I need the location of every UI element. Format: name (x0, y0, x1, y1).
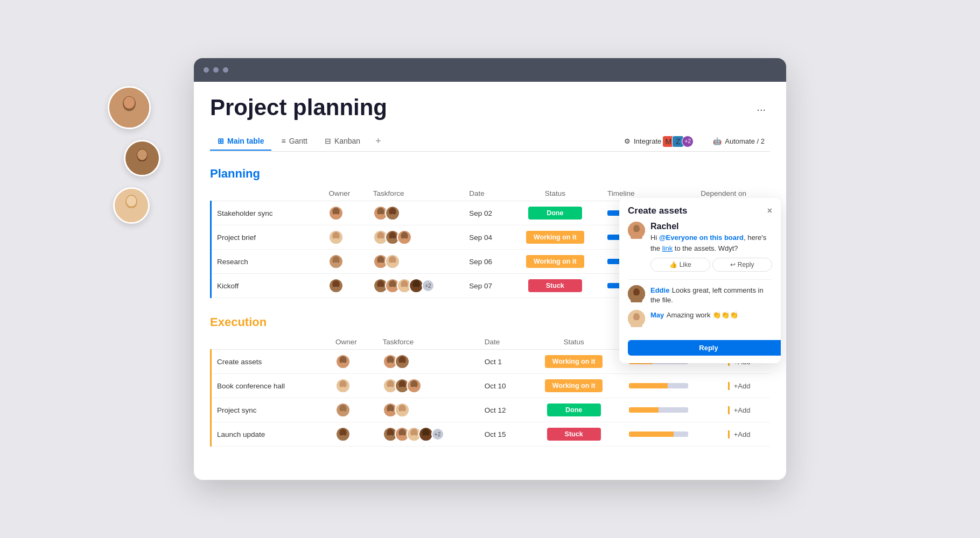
col-name (211, 186, 323, 201)
timeline-bar (629, 381, 688, 391)
owner-cell (329, 422, 376, 447)
dependent-cell: +Add (722, 398, 770, 422)
task-name: Project sync (211, 398, 330, 422)
col-date: Date (478, 335, 526, 350)
status-cell: Done (525, 398, 622, 422)
date-cell: Sep 07 (463, 274, 509, 298)
date-cell: Sep 04 (463, 225, 509, 250)
avatar-1[interactable] (108, 86, 151, 129)
rachel-avatar (628, 222, 645, 239)
dependent-cell: +Add (722, 374, 770, 398)
reply-section: Eddie Looks great, left comments in the … (628, 279, 772, 327)
tab-main-table[interactable]: ⊞ Main table (210, 132, 271, 151)
status-badge: Done (547, 404, 601, 416)
automate-button[interactable]: 🤖 Automate / 2 (708, 134, 770, 148)
timeline-fill (629, 431, 674, 437)
browser-bar (194, 58, 786, 82)
tab-bar: ⊞ Main table ≡ Gantt ⊟ Kanban + ⚙ Integr… (210, 131, 770, 152)
taskforce-avatar-group (373, 206, 456, 221)
taskforce-avatar-group (373, 254, 456, 269)
automate-icon: 🤖 (713, 137, 722, 145)
owner-avatar (328, 254, 344, 269)
comment-author: Rachel (650, 222, 772, 231)
task-name: Project brief (211, 225, 323, 250)
taskforce-count: +2 (422, 279, 435, 292)
automate-label: Automate / 2 (725, 137, 765, 145)
comment-actions: 👍 Like ↩ Reply (650, 258, 772, 272)
taskforce-count: +2 (431, 428, 444, 441)
taskforce-cell (367, 250, 463, 274)
taskforce-avatar-group: +2 (373, 278, 456, 293)
svg-point-3 (124, 97, 135, 109)
tabs-right: ⚙ Integrate M Z +2 🤖 Automate / 2 (619, 133, 770, 150)
comment-panel-title: Create assets (628, 206, 688, 216)
close-comment-panel-button[interactable]: × (767, 206, 772, 216)
timeline-bar (629, 405, 688, 415)
planning-title: Planning (210, 167, 770, 181)
integrate-avatars: M Z +2 (664, 136, 694, 147)
owner-avatar (328, 206, 344, 221)
owner-avatar (335, 402, 351, 417)
col-name (211, 335, 330, 350)
avatar-2[interactable] (124, 140, 160, 176)
add-tab-button[interactable]: + (370, 131, 387, 151)
col-status: Status (525, 335, 622, 350)
tab-main-table-label: Main table (227, 137, 264, 145)
taskforce-avatar-group (383, 402, 472, 417)
svg-point-103 (633, 225, 640, 232)
execution-table-row[interactable]: Book conference hall Oct 10 Working on i… (211, 374, 771, 398)
mention-everyone: @Everyone on this board (659, 233, 744, 242)
table-icon: ⊞ (218, 137, 224, 145)
integrate-button[interactable]: ⚙ Integrate M Z +2 (619, 133, 699, 150)
dependent-cell: +Add (722, 422, 770, 447)
status-badge: Working on it (545, 379, 603, 392)
main-comment: Rachel Hi @Everyone on this board, here'… (628, 222, 772, 272)
reply-submit-button[interactable]: Reply (628, 340, 781, 356)
dependent-value: +Add (728, 382, 751, 390)
dependent-value: +Add (728, 430, 751, 438)
taskforce-avatar-group (383, 378, 472, 393)
svg-point-109 (633, 313, 640, 321)
date-cell: Oct 1 (478, 350, 526, 374)
col-status: Status (509, 186, 601, 201)
timeline-cell (622, 422, 722, 447)
browser-dot-2 (213, 67, 219, 73)
date-cell: Oct 12 (478, 398, 526, 422)
browser-window: Project planning ··· ⊞ Main table ≡ Gant… (194, 58, 786, 480)
reply-button[interactable]: ↩ Reply (712, 258, 772, 272)
eddie-avatar (628, 285, 645, 302)
reply-eddie: Eddie Looks great, left comments in the … (628, 285, 772, 305)
task-name: Kickoff (211, 274, 323, 298)
taskforce-avatar-group (373, 230, 456, 245)
col-taskforce: Taskforce (367, 186, 463, 201)
tab-gantt[interactable]: ≡ Gantt (274, 132, 314, 151)
assets-link[interactable]: link (662, 244, 673, 252)
taskforce-cell: +2 (376, 422, 478, 447)
owner-cell (322, 225, 366, 250)
execution-table-row[interactable]: Project sync Oct 12 Done +Add (211, 398, 771, 422)
taskforce-avatar-1 (385, 254, 400, 269)
timeline-cell (622, 398, 722, 422)
more-options-button[interactable]: ··· (752, 101, 770, 118)
timeline-empty (674, 431, 688, 437)
taskforce-cell (376, 350, 478, 374)
timeline-fill (629, 383, 668, 388)
date-cell: Sep 06 (463, 250, 509, 274)
status-badge: Working on it (526, 255, 584, 268)
tab-kanban[interactable]: ⊟ Kanban (317, 132, 368, 151)
like-button[interactable]: 👍 Like (650, 258, 710, 272)
reply-may: May Amazing work 👏👏👏 (628, 310, 772, 327)
tab-kanban-label: Kanban (334, 137, 360, 145)
taskforce-avatar-2 (397, 230, 412, 245)
integrate-label: Integrate (634, 137, 661, 145)
avatar-3[interactable] (113, 187, 150, 224)
taskforce-cell (367, 225, 463, 250)
comment-panel-header: Create assets × (619, 198, 781, 222)
gantt-icon: ≡ (281, 137, 285, 145)
timeline-empty (659, 407, 688, 413)
tabs-left: ⊞ Main table ≡ Gantt ⊟ Kanban + (210, 131, 387, 151)
integrate-icon: ⚙ (624, 137, 631, 145)
taskforce-cell (367, 201, 463, 225)
owner-avatar (335, 354, 351, 369)
execution-table-row[interactable]: Launch update +2 Oct 15 Stuck (211, 422, 771, 447)
